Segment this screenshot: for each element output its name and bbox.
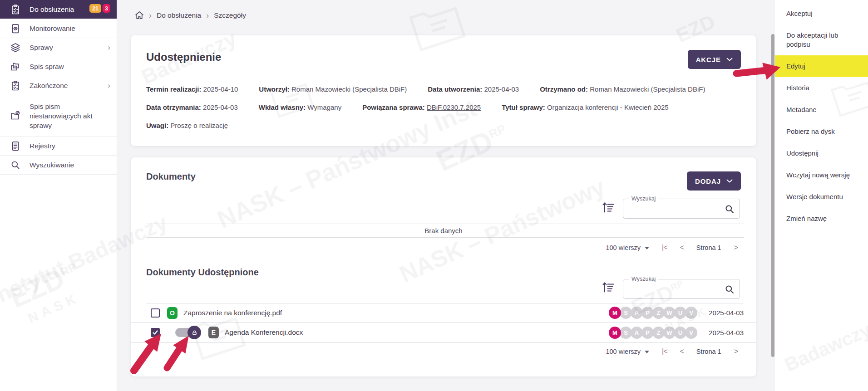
avatar: W <box>663 327 676 339</box>
menu-item-udostepnij[interactable]: Udostępnij <box>775 142 868 164</box>
magnifier-icon <box>9 160 21 171</box>
avatar: Z <box>652 327 665 339</box>
page-indicator: Strona 1 <box>696 348 721 355</box>
search-icon[interactable] <box>725 204 735 216</box>
count-badge-red: 3 <box>103 4 110 13</box>
info-row-1: Termin realizacji: 2025-04-10 Utworzył: … <box>146 85 741 93</box>
menu-item-edytuj[interactable]: Edytuj <box>775 55 868 77</box>
avatar: V <box>685 307 697 319</box>
share-details-card: Udostępnienie AKCJE Termin realizacji: 2… <box>131 35 756 146</box>
avatar: M <box>609 327 621 339</box>
search-icon[interactable] <box>725 284 735 296</box>
avatar: P <box>641 307 654 319</box>
sidebar-item-sprawy[interactable]: Sprawy › <box>0 38 117 57</box>
caret-down-icon <box>645 351 649 356</box>
menu-item-zmien-nazwe[interactable]: Zmień nazwę <box>775 208 868 230</box>
table-row: E Agenda Konferencji.docx M S A P Z W U … <box>131 323 756 343</box>
caret-down-icon <box>645 247 649 252</box>
documents-search-box: Wyszukaj <box>623 199 740 219</box>
documents-pagination: 100 wierszy |< < Strona 1 > <box>606 244 738 252</box>
sidebar-item-monitorowanie[interactable]: Monitorowanie <box>0 19 117 38</box>
table-divider <box>146 237 744 238</box>
rows-per-page-select[interactable]: 100 wierszy <box>606 244 649 252</box>
case-number-link[interactable]: DBiF.0230.7.2025 <box>427 103 481 111</box>
row-right: M S A P Z W U V 2025-04-03 <box>610 307 744 319</box>
left-sidebar: Do obsłużenia 21 3 Monitorowanie Sprawy … <box>0 0 117 391</box>
sidebar-item-do-obsluzenia[interactable]: Do obsłużenia 21 3 <box>0 0 117 19</box>
shared-documents-search-box: Wyszukaj <box>623 279 740 299</box>
documents-search-input[interactable] <box>629 201 721 216</box>
avatar: M <box>609 307 621 319</box>
table-row: O Zaproszenie na konferencję.pdf M S A P… <box>131 303 756 323</box>
sidebar-item-zakonczone[interactable]: Zakończone › <box>0 76 117 95</box>
next-page-button[interactable]: > <box>734 347 738 356</box>
sort-icon[interactable] <box>602 201 615 215</box>
sidebar-item-spis-pism[interactable]: Spis pism niestanowiących akt sprawy <box>0 95 117 137</box>
page-indicator: Strona 1 <box>696 244 721 251</box>
shared-documents-pagination: 100 wierszy |< < Strona 1 > <box>606 347 738 356</box>
field-otrzymano-od: Otrzymano od: Roman Mazowiecki (Specjali… <box>540 85 705 93</box>
first-page-button[interactable]: |< <box>662 347 667 356</box>
prev-page-button[interactable]: < <box>680 244 683 252</box>
menu-item-wczytaj-nowa-wersje[interactable]: Wczytaj nową wersję <box>775 164 868 186</box>
lock-toggle[interactable] <box>175 326 201 339</box>
file-name[interactable]: Zaproszenie na konferencję.pdf <box>183 309 282 317</box>
prev-page-button[interactable]: < <box>680 347 683 356</box>
file-type-badge-e: E <box>208 327 219 338</box>
sidebar-item-spis-spraw[interactable]: Spis spraw <box>0 57 117 76</box>
shared-documents-title: Dokumenty Udostępnione <box>146 267 259 278</box>
file-type-badge-o: O <box>167 307 178 319</box>
dodaj-button-label: DODAJ <box>695 177 721 185</box>
sidebar-item-label: Sprawy <box>30 43 53 52</box>
home-icon[interactable] <box>135 11 144 20</box>
sort-icon[interactable] <box>602 281 615 295</box>
dodaj-button[interactable]: DODAJ <box>687 171 741 191</box>
breadcrumb: › Do obsłużenia › Szczegóły <box>135 11 246 20</box>
menu-item-do-akceptacji[interactable]: Do akceptacji lub podpisu <box>775 24 868 55</box>
field-tytul-sprawy: Tytuł sprawy: Organizacja konferencji - … <box>502 103 668 111</box>
file-name[interactable]: Agenda Konferencji.docx <box>225 328 303 337</box>
breadcrumb-do-obsluzenia[interactable]: Do obsłużenia <box>157 11 201 20</box>
akcje-button[interactable]: AKCJE <box>688 50 741 69</box>
first-page-button[interactable]: |< <box>662 244 667 252</box>
menu-item-akceptuj[interactable]: Akceptuj <box>775 3 868 24</box>
avatar: S <box>620 307 632 319</box>
avatar: S <box>620 327 632 339</box>
avatar: A <box>631 307 643 319</box>
recipient-avatars: M S A P Z W U V <box>610 327 697 339</box>
row-right: M S A P Z W U V 2025-04-03 <box>610 327 744 339</box>
menu-item-pobierz-na-dysk[interactable]: Pobierz na dysk <box>775 121 868 142</box>
sidebar-item-label: Rejestry <box>30 141 55 151</box>
rows-per-page-select[interactable]: 100 wierszy <box>606 348 649 356</box>
menu-item-metadane[interactable]: Metadane <box>775 99 868 121</box>
recipient-avatars: M S A P Z W U V <box>610 307 697 319</box>
documents-card: Dokumenty DODAJ Wyszukaj Brak danych 100… <box>131 157 756 376</box>
chevron-right-icon[interactable]: › <box>108 43 110 52</box>
row-checkbox-unchecked[interactable] <box>151 308 160 318</box>
count-badge-orange: 21 <box>89 4 101 13</box>
sidebar-item-label: Do obsłużenia <box>30 5 74 14</box>
info-row-2: Data otrzymania: 2025-04-03 Wkład własny… <box>146 103 741 111</box>
avatar: V <box>685 327 697 339</box>
menu-item-wersje-dokumentu[interactable]: Wersje dokumentu <box>775 186 868 208</box>
info-row-3: Uwagi: Proszę o realizację <box>146 122 741 129</box>
sidebar-item-wyszukiwanie[interactable]: Wyszukiwanie <box>0 156 117 175</box>
avatar: Z <box>652 307 665 319</box>
breadcrumb-szczegoly: Szczegóły <box>214 11 246 20</box>
sidebar-item-rejestry[interactable]: Rejestry <box>0 137 117 156</box>
chevron-right-icon[interactable]: › <box>108 81 110 90</box>
table-divider <box>146 224 744 224</box>
lock-icon <box>187 326 201 339</box>
field-utworzyl: Utworzył: Roman Mazowiecki (Specjalista … <box>259 85 407 93</box>
shared-documents-search-input[interactable] <box>629 281 721 297</box>
sidebar-item-label: Spis pism niestanowiących akt sprawy <box>30 102 104 130</box>
scrollbar[interactable] <box>771 34 774 357</box>
akcje-button-label: AKCJE <box>696 56 721 64</box>
breadcrumb-separator: › <box>149 11 152 20</box>
menu-item-historia[interactable]: Historia <box>775 77 868 99</box>
page-title: Udostępnienie <box>146 51 221 64</box>
next-page-button[interactable]: > <box>734 244 738 252</box>
breadcrumb-separator: › <box>206 11 209 20</box>
documents-title: Dokumenty <box>146 171 196 182</box>
row-checkbox-checked[interactable] <box>151 328 160 337</box>
